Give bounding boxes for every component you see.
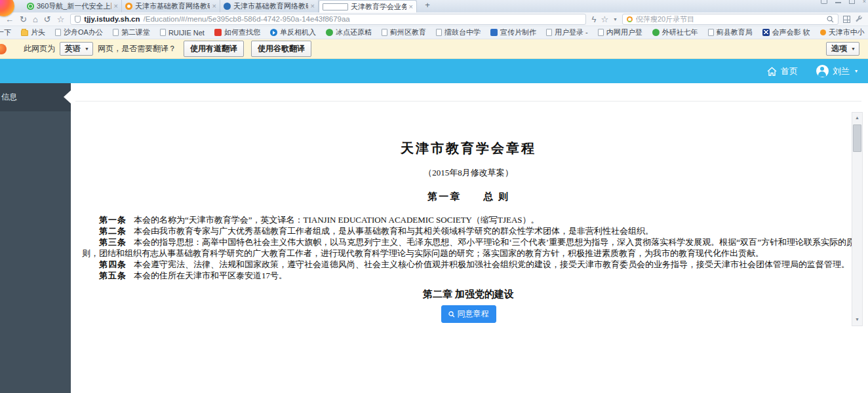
tab-title: 天津市基础教育网络教研平台	[135, 1, 210, 11]
magnifier-icon[interactable]	[827, 16, 834, 23]
bookmark-item[interactable]: RUIJIE Net	[160, 29, 205, 37]
red-badge-icon	[214, 29, 222, 36]
tab-close-icon[interactable]: ×	[114, 3, 118, 10]
article-number: 第五条	[99, 271, 127, 280]
agree-charter-button[interactable]: 同意章程	[441, 305, 496, 323]
youdao-translate-button[interactable]: 使用有道翻译	[184, 41, 244, 57]
bookmark-label: 用户登录 -	[555, 28, 588, 37]
bookmark-item[interactable]: 一下	[0, 28, 11, 37]
new-tab-button[interactable]: +	[420, 0, 435, 10]
wrench-icon[interactable]	[855, 15, 863, 23]
bookmark-item[interactable]: 蓟州区教育	[382, 28, 426, 37]
page-icon	[436, 29, 442, 36]
article-4: 第四条本会遵守宪法、法律、法规和国家政策，遵守社会道德风尚、社会主义核心价值观并…	[82, 259, 855, 270]
bookmarks-bar: 一下 片头 沙舟OA办公 第二课堂 RUIJIE Net 如何查找您 单反相机入…	[0, 26, 868, 39]
home-icon[interactable]: ⌂	[33, 15, 38, 24]
bookmark-label: 天津市中小	[829, 28, 865, 37]
bookmark-label: 蓟县教育局	[717, 28, 753, 37]
tab-jiaoyan-1[interactable]: 天津市基础教育网络教研平台 ×	[122, 0, 220, 12]
lightning-icon[interactable]: ϟ	[592, 15, 597, 24]
undo-icon[interactable]: ↺	[44, 15, 51, 24]
chapter-2-heading: 第二章 加强党的建设	[82, 288, 855, 301]
language-select[interactable]: 英语 ▼	[60, 42, 93, 56]
language-value: 英语	[65, 43, 81, 54]
tab-favicon-360-icon	[27, 3, 34, 10]
bookmark-label: 会声会影 软	[772, 28, 810, 37]
videostudio-v-icon	[762, 29, 770, 36]
home-nav[interactable]: 首页	[767, 66, 798, 77]
content-divider	[75, 101, 861, 102]
article-number: 第四条	[99, 259, 127, 269]
green-circle-icon	[326, 29, 333, 36]
tab-bar: 360导航_新一代安全上网导航 × 天津市基础教育网络教研平台 × 天津市基础教…	[0, 0, 868, 12]
window-close-icon[interactable]: ×	[863, 0, 866, 5]
bookmark-item[interactable]: 片头	[21, 28, 45, 37]
url-dropdown-icon[interactable]: ▼	[613, 15, 618, 24]
avatar-icon	[816, 65, 829, 77]
tab-xuehui-active[interactable]: 天津教育学会业务管理平台 ×	[319, 0, 417, 12]
scroll-down-icon[interactable]: ▼	[852, 315, 862, 325]
bookmark-item[interactable]: 天津市中小	[820, 28, 865, 37]
page-icon	[55, 29, 61, 36]
magnifier-icon	[448, 311, 455, 318]
bookmark-item[interactable]: 如何查找您	[214, 28, 260, 37]
window-controls: ×	[821, 0, 866, 5]
page-icon	[708, 29, 714, 36]
bookmark-item[interactable]: 沙舟OA办公	[55, 28, 103, 37]
bookmark-item[interactable]: 冰点还原精	[326, 28, 372, 37]
bookmark-item[interactable]: 用户登录 -	[546, 28, 588, 37]
tab-close-icon[interactable]: ×	[212, 3, 216, 10]
bookmark-label: 冰点还原精	[336, 28, 372, 37]
url-bar[interactable]: tjjy.istudy.sh.cn/Education/#/menu/5e395…	[70, 14, 585, 25]
article-2: 第二条本会由我市教育专家与广大优秀基础教育工作者组成，是从事基础教育和与其相关领…	[82, 225, 855, 236]
bookmark-item[interactable]: 第二课堂	[113, 28, 150, 37]
minimize-icon[interactable]	[835, 0, 841, 3]
sidebar-item-info[interactable]: 信息	[0, 83, 71, 111]
sidebar: 信息	[0, 83, 71, 393]
tab-favicon-document-icon	[323, 3, 348, 10]
scroll-up-icon[interactable]: ▲	[852, 113, 862, 123]
bookmark-item[interactable]: 内网用户登	[598, 28, 642, 37]
apps-grid-icon[interactable]	[843, 16, 850, 23]
maximize-icon[interactable]	[849, 0, 855, 4]
bookmark-label: 第二课堂	[121, 28, 150, 37]
bookmark-item[interactable]: 外研社七年	[652, 28, 698, 37]
bookmark-item[interactable]: 宣传片制作	[490, 28, 536, 37]
tab-close-icon[interactable]: ×	[409, 3, 413, 10]
bookmark-item[interactable]: 单反相机入	[270, 28, 316, 37]
page-icon	[546, 29, 552, 36]
user-menu[interactable]: 刘兰 ▾	[816, 65, 858, 77]
google-translate-button[interactable]: 使用谷歌翻译	[251, 41, 311, 57]
bookmark-label: 沙舟OA办公	[64, 28, 103, 37]
scrollbar-thumb[interactable]	[853, 124, 861, 152]
bookmark-item[interactable]: 擂鼓台中学	[436, 28, 481, 37]
document-scrollbar[interactable]: ▲ ▼	[852, 112, 863, 326]
site-shield-icon[interactable]	[75, 16, 81, 23]
tab-360-nav[interactable]: 360导航_新一代安全上网导航 ×	[24, 0, 122, 12]
article-5: 第五条本会的住所在天津市和平区泰安道17号。	[82, 270, 855, 281]
translate-question: 网页，是否需要翻译？	[98, 43, 176, 54]
tab-jiaoyan-2[interactable]: 天津市基础教育网络教研平台 ×	[220, 0, 319, 12]
bookmark-item[interactable]: 蓟县教育局	[708, 28, 753, 37]
document-title: 天津市教育学会章程	[82, 83, 855, 157]
options-label: 选项	[831, 43, 847, 54]
reload-icon[interactable]: ↻	[20, 15, 27, 24]
bookmark-item[interactable]: 会声会影 软	[762, 28, 810, 37]
bookmark-star-icon[interactable]: ☆	[601, 15, 608, 24]
article-number: 第二条	[99, 226, 127, 236]
theme-skin-icon[interactable]	[821, 0, 827, 4]
bookmark-label: 外研社七年	[662, 28, 698, 37]
translate-bar: 此网页为 英语 ▼ 网页，是否需要翻译？ 使用有道翻译 使用谷歌翻译 选项 ▼	[0, 39, 868, 59]
green-circle-icon	[652, 29, 660, 36]
tab-close-icon[interactable]: ×	[311, 3, 315, 10]
article-number: 第三条	[99, 237, 127, 247]
bookmark-label: RUIJIE Net	[168, 29, 205, 37]
article-1: 第一条本会的名称为“天津市教育学会”，英文译名：TIANJIN EDUCATIO…	[82, 214, 855, 225]
search-input[interactable]: 倪萍瘦20斤录节目	[622, 14, 838, 25]
article-text: 本会由我市教育专家与广大优秀基础教育工作者组成，是从事基础教育和与其相关领域科学…	[134, 226, 654, 236]
bookmark-label: 蓟州区教育	[390, 28, 426, 37]
bookmark-label: 内网用户登	[606, 28, 642, 37]
options-button[interactable]: 选项 ▼	[826, 42, 859, 56]
document-pane: 天津市教育学会章程 （2015年8月修改草案） 第一章 总 则 第一条本会的名称…	[71, 83, 868, 393]
favorite-star-icon[interactable]: ☆	[57, 15, 65, 24]
